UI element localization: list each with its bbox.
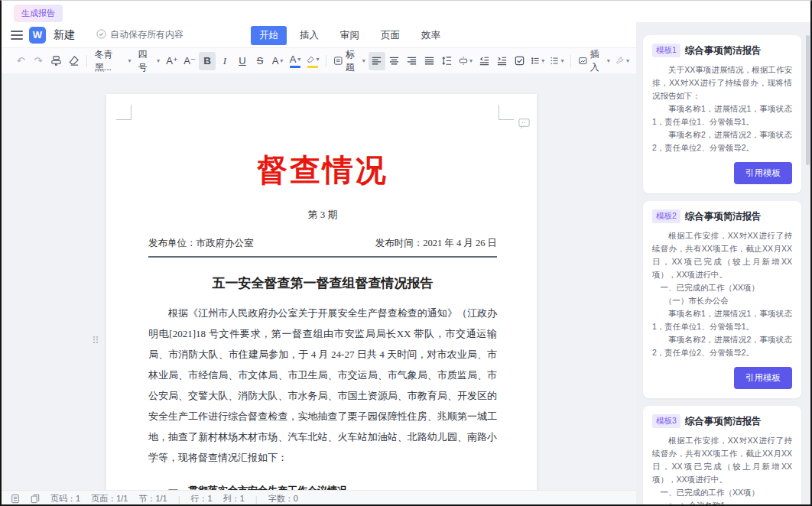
- align-left-button[interactable]: [369, 52, 385, 70]
- tab-start[interactable]: 开始: [251, 26, 287, 45]
- generate-report-button[interactable]: 生成报告: [14, 5, 63, 22]
- bullet-list-button[interactable]: ▾: [528, 52, 547, 70]
- check-circle-icon: [96, 29, 106, 41]
- template-text: 事项名称2，进展情况2，事项状态2，责任单位2、分管领导2。: [652, 128, 792, 154]
- redo-button[interactable]: ↷: [30, 52, 47, 70]
- status-word-count: 字数：0: [268, 493, 298, 504]
- app-logo[interactable]: W: [29, 27, 46, 44]
- report-heading: 五一安全督查第一督查组督查情况报告: [148, 274, 497, 292]
- numbered-list-button[interactable]: ▾: [547, 52, 566, 70]
- line-spacing-button[interactable]: [439, 52, 456, 70]
- tab-page[interactable]: 页面: [372, 26, 408, 45]
- indent-button[interactable]: [493, 52, 510, 70]
- sidebar-scrollbar[interactable]: [806, 35, 810, 165]
- template-title: 综合事项简洁报告: [685, 44, 762, 57]
- status-page-view: 页面：1/1: [91, 493, 128, 504]
- heading-style-button[interactable]: 标题 ▾: [331, 52, 368, 70]
- highlight-button[interactable]: ▾: [304, 52, 321, 70]
- tab-insert[interactable]: 插入: [291, 26, 327, 45]
- align-center-button[interactable]: [386, 52, 403, 70]
- chevron-down-icon: ▾: [560, 57, 564, 64]
- paragraph-drag-handle-icon[interactable]: ⠿: [92, 335, 99, 346]
- status-column: 列：1: [223, 493, 245, 504]
- tab-efficiency[interactable]: 效率: [413, 26, 449, 45]
- section-heading: 一、贯彻落实全市安全生产工作会议情况: [148, 480, 497, 490]
- issue-number: 第 3 期: [148, 208, 497, 222]
- tools-button[interactable]: ▾: [613, 52, 632, 70]
- template-text: 一、已完成的工作（XX项）: [652, 486, 792, 499]
- chevron-down-icon: ▾: [607, 57, 610, 64]
- publish-date: 发布时间：2021 年 4 月 26 日: [375, 237, 497, 250]
- underline-button[interactable]: U: [234, 52, 251, 70]
- clear-format-icon[interactable]: [65, 52, 82, 70]
- chevron-down-icon: ▾: [362, 57, 365, 64]
- align-justify-button[interactable]: [421, 52, 438, 70]
- document-page[interactable]: 督查情况 第 3 期 发布单位：市政府办公室 发布时间：2021 年 4 月 2…: [106, 94, 537, 490]
- use-template-button[interactable]: 引用模板: [734, 162, 792, 184]
- status-line: 行：1: [191, 493, 213, 504]
- font-size-select[interactable]: 四号 ▾: [135, 48, 163, 74]
- italic-button[interactable]: I: [216, 52, 233, 70]
- template-badge: 模板1: [652, 44, 680, 57]
- chevron-down-icon: ▾: [280, 57, 283, 64]
- undo-button[interactable]: ↶: [12, 52, 29, 70]
- body-paragraph: 根据《江州市人民政府办公室关于开展安全生产督查检查的通知》（江政办明电[2021…: [148, 303, 497, 468]
- align-right-button[interactable]: [404, 52, 421, 70]
- template-title: 综合事项简洁报告: [685, 210, 762, 223]
- title-divider: [148, 256, 497, 258]
- template-title: 综合事项简洁报告: [685, 415, 762, 428]
- report-title: 督查情况: [148, 149, 497, 191]
- publication-info: 发布单位：市政府办公室 发布时间：2021 年 4 月 26 日: [148, 237, 497, 250]
- font-color-button[interactable]: A▾: [287, 52, 304, 70]
- checkbox-button[interactable]: [511, 52, 528, 70]
- shrink-font-button[interactable]: A⁻: [181, 52, 198, 70]
- status-page-number: 页码：1: [50, 493, 80, 504]
- outline-view-icon[interactable]: [11, 494, 20, 504]
- autosave-status: 自动保存所有内容: [96, 28, 184, 41]
- chevron-down-icon: ▾: [626, 57, 629, 64]
- use-template-button[interactable]: 引用模板: [734, 367, 792, 389]
- top-strip: 生成报告: [2, 1, 810, 22]
- template-card-1: 模板1 综合事项简洁报告 关于XX事项进展情况，根据工作安排，XX对XX进行了持…: [643, 35, 801, 193]
- template-text: 根据工作安排，XX对XX进行了持续督办，共有XX项工作，截止XX月XX日，XX项…: [652, 229, 792, 281]
- bold-button[interactable]: B: [199, 52, 216, 70]
- text-effects-button[interactable]: A▾: [269, 52, 286, 70]
- template-text: 事项名称1，进展情况1，事项状态1，责任单位1、分管领导1。: [652, 102, 792, 128]
- chevron-down-icon: ▾: [297, 56, 300, 63]
- font-family-select[interactable]: 冬青黑... ▾: [92, 48, 135, 74]
- chevron-down-icon: ▾: [469, 57, 473, 64]
- template-text: 事项名称1，进展情况1，事项状态1，责任单位1、分管领导1。: [652, 307, 792, 333]
- highlight-color-swatch: [307, 66, 318, 68]
- editor-region: W 新建 自动保存所有内容 开始 插入 审阅 页面 效率 ↶ ↷: [2, 22, 636, 506]
- status-bar: 页码：1 页面：1/1 节：1/1 | 行：1 列：1 | 字数：0: [2, 490, 636, 506]
- template-text: 根据工作安排，XX对XX进行了持续督办，共有XX项工作，截止XX月XX日，XX项…: [652, 434, 792, 486]
- insert-button[interactable]: 插入 ▾: [576, 52, 612, 70]
- app-header: W 新建 自动保存所有内容 开始 插入 审阅 页面 效率: [2, 22, 636, 48]
- template-text: （一）市长办公会: [652, 294, 792, 307]
- tab-review[interactable]: 审阅: [332, 26, 368, 45]
- margin-mark-top-left: [116, 105, 132, 120]
- template-badge: 模板2: [652, 209, 680, 223]
- template-text: 关于XX事项进展情况，根据工作安排，XX对XX进行了持续督办，现将情况报告如下：: [652, 63, 792, 102]
- format-painter-icon[interactable]: [47, 52, 64, 70]
- publisher: 发布单位：市政府办公室: [148, 237, 254, 250]
- paragraph-spacing-button[interactable]: ▾: [456, 52, 475, 70]
- app-window: 生成报告 W 新建 自动保存所有内容 开始 插入 审阅 页面 效率: [0, 0, 812, 506]
- font-color-swatch: [290, 66, 300, 68]
- outdent-button[interactable]: [476, 52, 492, 70]
- strikethrough-button[interactable]: S: [252, 52, 268, 70]
- template-text: 一、已完成的工作（XX项）: [652, 281, 792, 294]
- template-card-3: 模板3 综合事项简洁报告 根据工作安排，XX对XX进行了持续督办，共有XX项工作…: [643, 406, 801, 506]
- template-text: 事项名称2，进展情况2，事项状态2，责任单位2、分管领导2。: [652, 333, 792, 359]
- document-title: 新建: [54, 28, 75, 42]
- status-section: 节：1/1: [138, 493, 167, 504]
- chevron-down-icon: ▾: [157, 57, 160, 64]
- menu-icon[interactable]: [11, 31, 23, 40]
- margin-mark-top-right: [499, 105, 514, 120]
- grow-font-button[interactable]: A⁺: [164, 52, 180, 70]
- comment-icon[interactable]: [518, 117, 531, 133]
- template-card-2: 模板2 综合事项简洁报告 根据工作安排，XX对XX进行了持续督办，共有XX项工作…: [643, 201, 801, 398]
- page-view-icon[interactable]: [31, 494, 40, 504]
- chevron-down-icon: ▾: [316, 56, 319, 63]
- document-canvas: ⠿ 督查情况 第 3 期 发布单位：市政府办公室 发布时间：2021 年 4 月…: [2, 73, 636, 490]
